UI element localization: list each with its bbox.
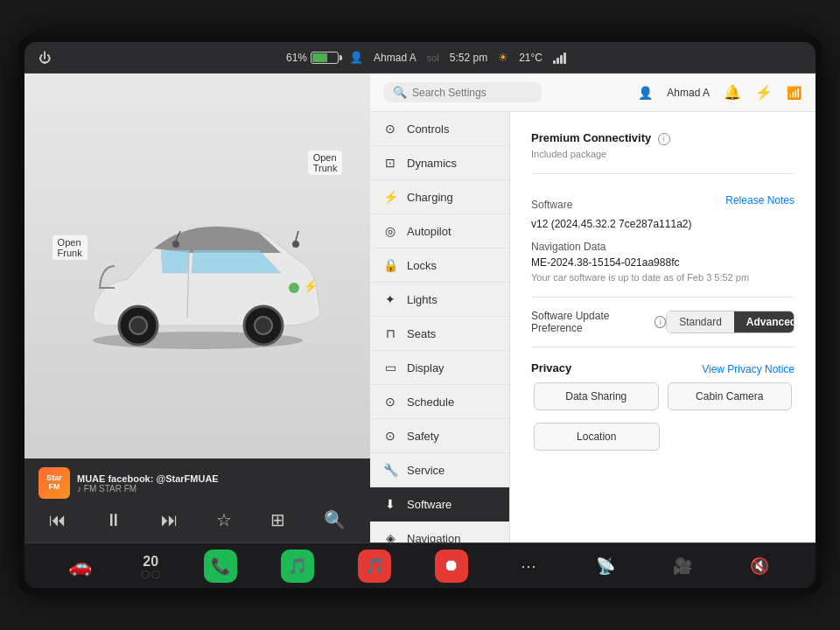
- advanced-update-btn[interactable]: Advanced: [734, 312, 794, 332]
- nav-charging[interactable]: ⚡ Charging: [370, 180, 509, 214]
- cabin-camera-button[interactable]: Cabin Camera: [668, 382, 793, 410]
- update-toggle-group[interactable]: Standard Advanced: [666, 311, 794, 333]
- location-button[interactable]: Location: [534, 423, 660, 451]
- wifi-signal-icon: 📶: [787, 86, 802, 100]
- power-icon: ⏻: [38, 51, 51, 65]
- taskbar-camera-icon[interactable]: 🎥: [666, 550, 699, 583]
- dynamics-icon: ⊡: [382, 156, 398, 170]
- left-panel: Open Frunk Open Trunk: [24, 74, 370, 542]
- prev-button[interactable]: ⏮: [42, 507, 74, 534]
- nav-controls[interactable]: ⊙ Controls: [370, 112, 509, 146]
- taskbar-spotify-icon[interactable]: 🎵: [281, 550, 314, 583]
- connectivity-info-icon[interactable]: i: [658, 133, 670, 145]
- nav-lights[interactable]: ✦ Lights: [370, 283, 509, 317]
- nav-safety[interactable]: ⊙ Safety: [370, 419, 509, 453]
- software-label: Software: [531, 199, 572, 211]
- taskbar-signal-icon[interactable]: 📡: [589, 550, 622, 583]
- user-avatar-icon-right: 👤: [638, 86, 653, 100]
- nav-dynamics[interactable]: ⊡ Dynamics: [370, 146, 509, 180]
- temperature-icon: ☀: [498, 51, 508, 64]
- favorite-button[interactable]: ☆: [209, 506, 239, 534]
- standard-update-btn[interactable]: Standard: [667, 312, 734, 332]
- privacy-btn-row-1: Data Sharing Cabin Camera: [531, 380, 794, 413]
- car-visualization: Open Frunk Open Trunk: [24, 74, 370, 458]
- safety-icon: ⊙: [382, 429, 398, 443]
- divider-1: [531, 173, 794, 174]
- divider-3: [531, 346, 794, 347]
- status-bar-username: Ahmad A: [374, 52, 416, 64]
- nav-seats[interactable]: ⊓ Seats: [370, 317, 509, 351]
- right-panel: 🔍 👤 Ahmad A 🔔 ⚡ 📶: [370, 74, 816, 542]
- svg-point-6: [289, 283, 299, 293]
- next-button[interactable]: ⏭: [154, 507, 186, 534]
- up-to-date-note: Your car software is up to date as of Fe…: [531, 272, 794, 283]
- status-bar-sep: sol: [427, 52, 439, 63]
- search-music-button[interactable]: 🔍: [317, 506, 353, 534]
- status-bar-center: 61% 👤 Ahmad A sol 5:52 pm ☀ 21°C: [286, 51, 566, 64]
- taskbar-car-icon[interactable]: 🚗: [64, 550, 97, 583]
- nav-service[interactable]: 🔧 Service: [370, 453, 509, 487]
- update-pref-info-icon[interactable]: i: [654, 316, 666, 328]
- taskbar-music-icon[interactable]: 🎵: [358, 550, 391, 583]
- taskbar-more-icon[interactable]: ⋯: [512, 550, 545, 583]
- play-button[interactable]: ⏸: [98, 507, 130, 534]
- update-preference-label: Software Update Preference i: [531, 310, 666, 334]
- release-notes-link[interactable]: Release Notes: [725, 194, 794, 206]
- autopilot-icon: ◎: [382, 224, 398, 238]
- nav-navigation[interactable]: ◈ Navigation: [370, 522, 509, 542]
- equalizer-button[interactable]: ⊞: [263, 506, 292, 534]
- privacy-notice-link[interactable]: View Privacy Notice: [702, 363, 794, 375]
- software-icon: ⬇: [382, 497, 398, 511]
- svg-text:⚡: ⚡: [303, 279, 318, 294]
- charging-icon: ⚡: [382, 190, 398, 204]
- taskbar-mute-icon[interactable]: 🔇: [743, 550, 776, 583]
- search-icon: 🔍: [393, 86, 407, 99]
- svg-point-8: [172, 241, 179, 248]
- connectivity-subtitle: Included package: [531, 149, 794, 159]
- music-station-info: Star FM MUAE facebook: @StarFMUAE ♪ FM S…: [38, 467, 356, 499]
- car-svg: ⚡: [66, 178, 329, 354]
- privacy-header-row: Privacy View Privacy Notice: [531, 361, 794, 376]
- status-bar-temp: 21°C: [519, 52, 542, 64]
- car-image: ⚡: [66, 178, 329, 354]
- bluetooth-icon[interactable]: ⚡: [755, 84, 773, 101]
- svg-point-10: [292, 241, 299, 248]
- schedule-icon: ⊙: [382, 395, 398, 409]
- svg-point-3: [130, 317, 147, 334]
- station-logo: Star FM: [38, 467, 70, 499]
- nav-autopilot[interactable]: ◎ Autopilot: [370, 214, 509, 248]
- nav-display[interactable]: ▭ Display: [370, 351, 509, 385]
- seats-icon: ⊓: [382, 326, 398, 340]
- status-bar-left: ⏻: [38, 51, 51, 65]
- data-sharing-button[interactable]: Data Sharing: [534, 382, 659, 410]
- status-bar: ⏻ 61% 👤 Ahmad A sol 5:52 pm ☀ 21°C: [24, 42, 816, 74]
- svg-point-5: [255, 317, 272, 334]
- search-box[interactable]: 🔍: [384, 82, 542, 102]
- software-section-header: Software Release Notes: [531, 186, 794, 214]
- svg-line-11: [296, 231, 298, 241]
- locks-icon: 🔒: [382, 258, 398, 272]
- battery-fill: [312, 53, 327, 62]
- taskbar-phone-icon[interactable]: 📞: [204, 550, 237, 583]
- nav-locks[interactable]: 🔒 Locks: [370, 248, 509, 283]
- open-trunk-label[interactable]: Open Trunk: [308, 150, 343, 175]
- privacy-btn-row-2: Location: [531, 420, 794, 453]
- search-input[interactable]: [412, 87, 517, 99]
- signal-bar-1: [553, 60, 556, 64]
- update-preference-row: Software Update Preference i Standard Ad…: [531, 310, 794, 334]
- taskbar-record-icon[interactable]: ⏺: [435, 550, 468, 583]
- connectivity-section-header: Premium Connectivity i: [531, 130, 794, 145]
- settings-body: ⊙ Controls ⊡ Dynamics ⚡ Charging ◎: [370, 112, 816, 542]
- battery-bar: [311, 52, 339, 64]
- nav-schedule[interactable]: ⊙ Schedule: [370, 385, 509, 419]
- status-bar-time: 5:52 pm: [450, 52, 487, 64]
- nav-data-label: Navigation Data: [531, 241, 794, 253]
- nav-software[interactable]: ⬇ Software: [370, 487, 509, 522]
- notification-icon[interactable]: 🔔: [724, 84, 741, 101]
- music-controls: ⏮ ⏸ ⏭ ☆ ⊞ 🔍: [38, 506, 356, 534]
- main-area: Open Frunk Open Trunk: [24, 74, 816, 542]
- controls-icon: ⊙: [382, 122, 398, 136]
- taskbar: 🚗 20 ◯ ◯ 📞 🎵 🎵 ⏺ ⋯ 📡 🎥 🔇: [24, 542, 816, 588]
- taskbar-speed: 20 ◯ ◯: [141, 554, 161, 578]
- station-sub: ♪ FM STAR FM: [77, 484, 356, 494]
